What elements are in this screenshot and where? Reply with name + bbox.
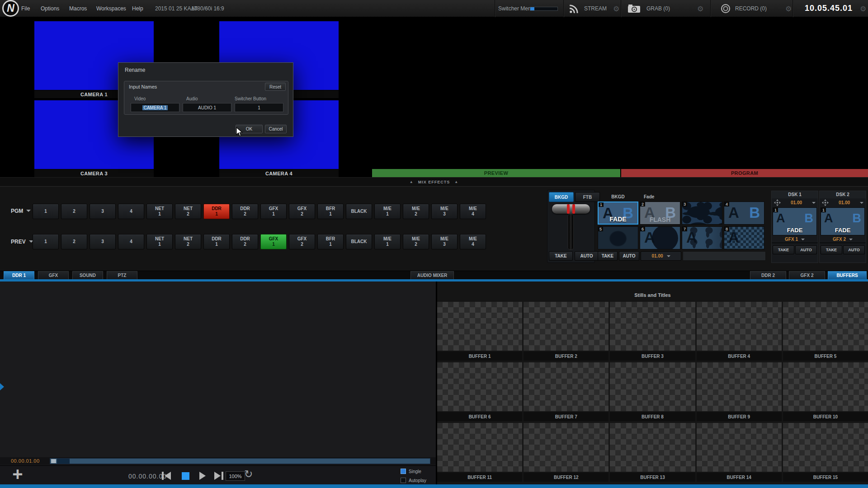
buffer-cell-12[interactable]: BUFFER 12 bbox=[524, 423, 609, 482]
grab-settings-gear-icon[interactable]: ⚙ bbox=[697, 5, 703, 13]
prev-source-button-4[interactable]: 4 bbox=[118, 234, 144, 249]
dsk2-duration-value[interactable]: 01.00 bbox=[830, 200, 858, 205]
buffer-thumbnail[interactable] bbox=[524, 423, 609, 472]
transition-duration-dropdown[interactable]: 01.00 bbox=[641, 251, 681, 261]
pgm-source-button-14[interactable]: M/E 2 bbox=[403, 204, 429, 219]
buffer-cell-14[interactable]: BUFFER 14 bbox=[697, 423, 782, 482]
dsk2-auto-button[interactable]: AUTO bbox=[843, 245, 865, 254]
buffer-cell-9[interactable]: BUFFER 9 bbox=[697, 362, 782, 421]
play-button[interactable] bbox=[195, 470, 210, 482]
dsk1-source-dropdown[interactable]: GFX 1 bbox=[772, 236, 818, 243]
record-settings-gear-icon[interactable]: ⚙ bbox=[785, 5, 792, 13]
buffer-thumbnail[interactable] bbox=[437, 302, 522, 351]
dsk2-source-dropdown[interactable]: GFX 2 bbox=[820, 236, 866, 243]
grab-button[interactable]: GRAB (0) bbox=[646, 5, 670, 12]
video-name-input[interactable]: CAMERA 1 bbox=[131, 103, 179, 112]
pgm-source-button-6[interactable]: NET 2 bbox=[175, 204, 201, 219]
prev-source-button-7[interactable]: DDR 1 bbox=[203, 234, 230, 249]
transition-thumb-7[interactable]: 7A bbox=[682, 226, 722, 249]
buffer-cell-3[interactable]: BUFFER 3 bbox=[610, 302, 695, 361]
dsk2-effect-thumbnail[interactable]: 1 A B FADE bbox=[821, 207, 865, 235]
single-checkbox[interactable] bbox=[401, 469, 406, 474]
previous-clip-button[interactable] bbox=[159, 470, 174, 482]
pgm-source-button-7[interactable]: DDR 1 bbox=[203, 204, 230, 219]
tab-ddr2[interactable]: DDR 2 bbox=[750, 271, 786, 279]
transition-thumb-3[interactable]: 3 bbox=[682, 202, 722, 225]
buffer-cell-6[interactable]: BUFFER 6 bbox=[437, 362, 522, 421]
buffer-cell-10[interactable]: BUFFER 10 bbox=[783, 362, 868, 421]
pgm-source-button-4[interactable]: 4 bbox=[118, 204, 144, 219]
pgm-source-button-9[interactable]: GFX 1 bbox=[260, 204, 287, 219]
playback-speed-field[interactable]: 100% bbox=[226, 471, 245, 481]
menu-workspaces[interactable]: Workspaces bbox=[96, 5, 126, 12]
audio-name-input[interactable]: AUDIO 1 bbox=[183, 103, 231, 112]
stream-button[interactable]: STREAM bbox=[584, 5, 607, 12]
cancel-button[interactable]: Cancel bbox=[265, 125, 287, 133]
dsk1-position-dpad-icon[interactable] bbox=[774, 199, 781, 206]
prev-source-button-10[interactable]: GFX 2 bbox=[289, 234, 315, 249]
buffer-thumbnail[interactable] bbox=[610, 423, 695, 472]
buffer-cell-5[interactable]: BUFFER 5 bbox=[783, 302, 868, 361]
buffer-cell-4[interactable]: BUFFER 4 bbox=[697, 302, 782, 361]
buffer-thumbnail[interactable] bbox=[783, 302, 868, 351]
record-button[interactable]: RECORD (0) bbox=[735, 5, 767, 12]
bkgd-button[interactable]: BKGD bbox=[549, 192, 574, 202]
pgm-source-button-10[interactable]: GFX 2 bbox=[289, 204, 315, 219]
buffer-thumbnail[interactable] bbox=[524, 302, 609, 351]
dsk2-take-button[interactable]: TAKE bbox=[821, 245, 842, 254]
dsk2-position-dpad-icon[interactable] bbox=[822, 199, 829, 206]
buffer-thumbnail[interactable] bbox=[437, 362, 522, 411]
timeline-scrollbar[interactable] bbox=[50, 458, 430, 464]
transition-thumb-5[interactable]: 5 bbox=[598, 226, 638, 249]
main-auto-button[interactable]: AUTO bbox=[575, 251, 599, 261]
buffer-cell-7[interactable]: BUFFER 7 bbox=[524, 362, 609, 421]
pgm-source-button-5[interactable]: NET 1 bbox=[146, 204, 173, 219]
next-clip-button[interactable] bbox=[212, 470, 226, 482]
buffer-thumbnail[interactable] bbox=[610, 302, 695, 351]
pgm-source-button-13[interactable]: M/E 1 bbox=[374, 204, 401, 219]
reset-button[interactable]: Reset bbox=[265, 83, 286, 91]
tab-ptz[interactable]: PTZ bbox=[107, 271, 137, 279]
stop-button[interactable] bbox=[178, 470, 193, 482]
pgm-source-button-11[interactable]: BFR 1 bbox=[317, 204, 344, 219]
panel-expander-arrow-icon[interactable] bbox=[0, 383, 4, 390]
dsk1-take-button[interactable]: TAKE bbox=[773, 245, 794, 254]
menu-file[interactable]: File bbox=[21, 5, 30, 12]
pgm-source-button-12[interactable]: BLACK bbox=[346, 204, 372, 219]
buffer-cell-13[interactable]: BUFFER 13 bbox=[610, 423, 695, 482]
switcher-button-input[interactable]: 1 bbox=[235, 103, 283, 112]
prev-source-button-11[interactable]: BFR 1 bbox=[317, 234, 344, 249]
chevron-down-icon[interactable] bbox=[812, 202, 816, 206]
newtek-logo-icon[interactable]: N bbox=[2, 0, 19, 17]
transition-thumb-6[interactable]: 6A bbox=[640, 226, 680, 249]
loop-icon[interactable]: ↻ bbox=[244, 468, 253, 480]
prev-source-button-5[interactable]: NET 1 bbox=[146, 234, 173, 249]
pgm-source-button-16[interactable]: M/E 4 bbox=[460, 204, 486, 219]
buffer-thumbnail[interactable] bbox=[783, 423, 868, 472]
menu-help[interactable]: Help bbox=[132, 5, 143, 12]
main-take-button[interactable]: TAKE bbox=[549, 251, 573, 261]
pgm-source-button-15[interactable]: M/E 3 bbox=[431, 204, 458, 219]
prev-source-button-9[interactable]: GFX 1 bbox=[260, 234, 287, 249]
buffer-cell-2[interactable]: BUFFER 2 bbox=[524, 302, 609, 361]
tab-buffers[interactable]: BUFFERS bbox=[828, 271, 867, 279]
scrollbar-grip[interactable] bbox=[51, 459, 56, 463]
buffer-thumbnail[interactable] bbox=[524, 362, 609, 411]
prev-source-button-16[interactable]: M/E 4 bbox=[460, 234, 486, 249]
clock-settings-gear-icon[interactable]: ⚙ bbox=[860, 5, 866, 13]
dsk1-auto-button[interactable]: AUTO bbox=[795, 245, 817, 254]
buffer-cell-1[interactable]: BUFFER 1 bbox=[437, 302, 522, 361]
tab-ddr1[interactable]: DDR 1 bbox=[4, 271, 34, 279]
prev-source-button-1[interactable]: 1 bbox=[33, 234, 59, 249]
prev-source-button-12[interactable]: BLACK bbox=[346, 234, 372, 249]
pgm-source-button-2[interactable]: 2 bbox=[61, 204, 87, 219]
bkgd-auto-button[interactable]: AUTO bbox=[619, 251, 639, 261]
prev-bus-selector[interactable]: PREV bbox=[11, 238, 33, 245]
buffer-cell-11[interactable]: BUFFER 11 bbox=[437, 423, 522, 482]
transition-thumb-2[interactable]: 2ABFLASH bbox=[640, 202, 680, 225]
prev-source-button-8[interactable]: DDR 2 bbox=[232, 234, 258, 249]
tab-gfx[interactable]: GFX bbox=[38, 271, 69, 279]
buffer-thumbnail[interactable] bbox=[697, 423, 782, 472]
mix-effects-collapse-bar[interactable]: ▲ MIX EFFECTS ▲ bbox=[0, 177, 868, 186]
transition-thumb-1[interactable]: 1ABFADE bbox=[598, 202, 638, 225]
